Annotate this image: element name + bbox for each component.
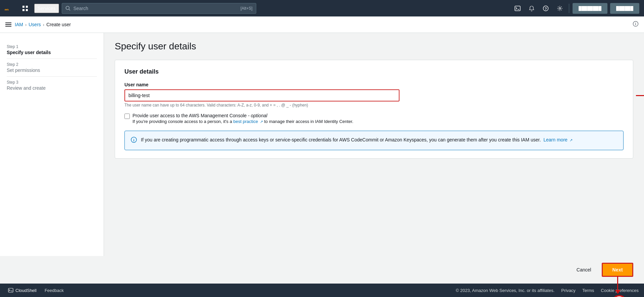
annotation-circle-6: 6	[611, 295, 627, 297]
search-input[interactable]	[73, 6, 238, 11]
breadcrumb-sep-1: ›	[25, 22, 26, 27]
page-title: Specify user details	[115, 41, 633, 52]
svg-point-5	[66, 6, 69, 9]
console-sublabel: If you're providing console access to a …	[132, 119, 353, 124]
step-1-name: Specify user details	[7, 50, 97, 55]
nav-divider	[569, 4, 569, 13]
hamburger-icon	[5, 22, 11, 27]
console-access-row: Provide user access to the AWS Managemen…	[124, 113, 624, 124]
breadcrumb-current: Create user	[46, 22, 71, 27]
bell-icon	[529, 5, 535, 11]
help-icon: ?	[543, 5, 549, 11]
main-content: Specify user details User details User n…	[104, 33, 644, 256]
console-access-checkbox[interactable]	[124, 114, 130, 119]
step-3-name: Review and create	[7, 85, 97, 91]
breadcrumb: IAM › Users › Create user	[15, 22, 633, 27]
bell-icon-btn[interactable]	[525, 3, 538, 13]
svg-point-11	[559, 7, 560, 9]
step-2-label: Step 2	[7, 62, 97, 67]
best-practice-link[interactable]: best practice ↗	[233, 119, 264, 124]
secondary-navigation: IAM › Users › Create user i	[0, 16, 644, 33]
cancel-button[interactable]: Cancel	[571, 264, 597, 275]
username-input[interactable]	[124, 89, 399, 101]
copyright-text: © 2023, Amazon Web Services, Inc. or its…	[456, 288, 555, 293]
step-2-item: Step 2 Set permissions	[7, 59, 97, 77]
search-shortcut: [Alt+S]	[240, 6, 253, 11]
next-btn-container: Next 6	[602, 263, 633, 277]
svg-rect-2	[26, 6, 28, 8]
svg-text:?: ?	[545, 6, 547, 10]
svg-rect-19	[8, 288, 13, 292]
terminal-icon	[515, 5, 521, 11]
step-3-item: Step 3 Review and create	[7, 77, 97, 94]
svg-line-6	[69, 9, 70, 10]
info-box-content: If you are creating programmatic access …	[141, 136, 573, 143]
username-label: User name	[124, 82, 624, 87]
username-hint: The user name can have up to 64 characte…	[124, 103, 624, 108]
help-icon-btn[interactable]: ?	[539, 3, 552, 13]
learn-more-ext-icon: ↗	[570, 138, 573, 142]
user-details-card: User details User name 5 The user name c…	[115, 60, 633, 159]
region-label: ██████	[613, 5, 636, 11]
region-btn[interactable]: ██████	[610, 3, 639, 14]
info-circle-icon: i	[633, 21, 639, 27]
user-account-btn[interactable]: ████████	[573, 3, 607, 14]
svg-rect-7	[515, 6, 520, 11]
search-bar[interactable]: [Alt+S]	[62, 3, 256, 14]
console-access-label-group: Provide user access to the AWS Managemen…	[132, 113, 353, 124]
next-button[interactable]: Next	[602, 263, 633, 277]
sidebar: Step 1 Specify user details Step 2 Set p…	[0, 33, 104, 256]
annotation-6-group: 6	[608, 276, 627, 297]
cloudshell-button[interactable]: CloudShell	[5, 286, 39, 294]
arrow-line-5	[636, 95, 644, 96]
step-1-item: Step 1 Specify user details	[7, 41, 97, 59]
username-input-container: 5	[124, 89, 624, 101]
aws-logo: aws	[4, 2, 16, 14]
info-svg-icon: i	[131, 137, 137, 143]
nav-right-actions: ? ████████ ██████	[511, 3, 640, 14]
arrow-line-6	[617, 276, 618, 291]
footer-actions: Cancel Next 6	[0, 256, 644, 284]
terminal-icon-btn[interactable]	[511, 3, 524, 13]
svg-text:i: i	[635, 22, 636, 26]
services-button[interactable]: Services	[34, 4, 59, 13]
info-box: i If you are creating programmatic acces…	[124, 131, 624, 150]
services-label: Services	[38, 6, 56, 11]
console-access-label[interactable]: Provide user access to the AWS Managemen…	[132, 113, 267, 118]
cloudshell-icon	[8, 288, 13, 293]
main-layout: Step 1 Specify user details Step 2 Set p…	[0, 33, 644, 256]
hamburger-menu-btn[interactable]	[5, 21, 15, 28]
breadcrumb-users-link[interactable]: Users	[29, 22, 41, 27]
annotation-5-group: 5	[636, 88, 644, 103]
page-info-icon[interactable]: i	[633, 21, 639, 29]
username-form-group: User name 5 The user name can have up to…	[124, 82, 624, 108]
svg-rect-4	[26, 9, 28, 11]
account-label: ████████	[576, 5, 604, 11]
step-1-label: Step 1	[7, 44, 97, 49]
bottom-bar: CloudShell Feedback © 2023, Amazon Web S…	[0, 284, 644, 297]
top-navigation: aws Services [Alt+S]	[0, 0, 644, 16]
step-3-label: Step 3	[7, 80, 97, 85]
grid-icon[interactable]	[19, 3, 32, 13]
feedback-link[interactable]: Feedback	[45, 288, 64, 293]
card-title: User details	[124, 68, 624, 75]
privacy-link[interactable]: Privacy	[561, 288, 576, 293]
external-link-icon: ↗	[260, 120, 263, 124]
settings-icon-btn[interactable]	[553, 3, 566, 13]
cloudshell-label: CloudShell	[15, 288, 37, 293]
svg-rect-3	[22, 9, 24, 11]
arrowhead-6	[615, 290, 621, 294]
svg-text:i: i	[133, 138, 134, 142]
breadcrumb-sep-2: ›	[43, 22, 44, 27]
search-icon	[65, 6, 71, 11]
terms-link[interactable]: Terms	[582, 288, 594, 293]
breadcrumb-iam-link[interactable]: IAM	[15, 22, 23, 27]
svg-rect-1	[22, 6, 24, 8]
svg-text:aws: aws	[5, 8, 9, 11]
info-icon: i	[131, 137, 137, 144]
step-2-name: Set permissions	[7, 68, 97, 73]
settings-icon	[557, 5, 563, 11]
learn-more-link[interactable]: Learn more ↗	[543, 137, 572, 142]
